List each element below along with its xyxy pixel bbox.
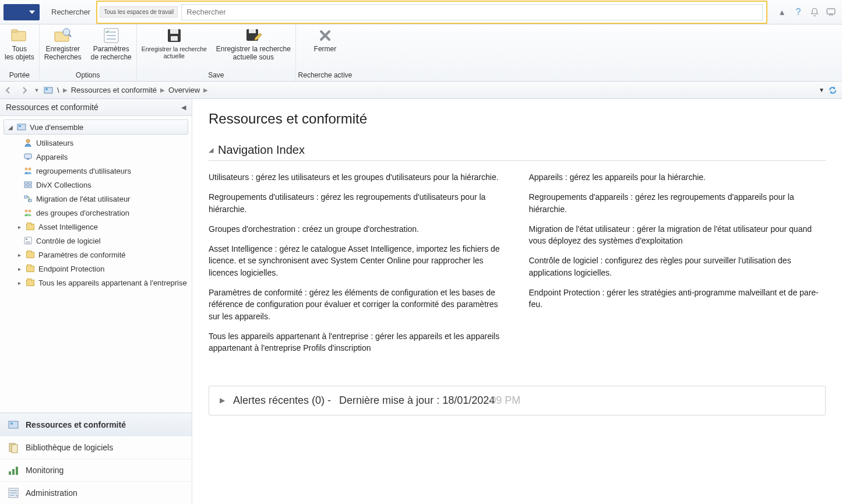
save-current-search-button[interactable]: Enregistrer la recherche actuelle <box>137 24 212 71</box>
sidebar-title: Ressources et conformité <box>6 103 98 112</box>
workspace-icon <box>7 441 20 454</box>
ribbon-group-label-save: Save <box>137 71 295 81</box>
search-scope-badge[interactable]: Tous les espaces de travail <box>100 6 178 17</box>
body: Ressources et conformité ◀ ◢ Vue d'ensem… <box>0 99 842 504</box>
tree-item[interactable]: ▸Endpoint Protection <box>0 262 192 276</box>
save-current-search-as-button[interactable]: Enregistrer la recherche actuelle sous <box>212 24 295 71</box>
tree-item[interactable]: DivX Collections <box>0 178 192 192</box>
nav-index-entry[interactable]: Migration de l'état utilisateur : gérer … <box>529 223 826 247</box>
tree-item[interactable]: ▸Paramètres de conformité <box>0 248 192 262</box>
svg-point-37 <box>10 422 13 425</box>
chevron-right-icon: ▶ <box>63 87 68 93</box>
workspace-item[interactable]: Ressources et conformité <box>0 413 192 436</box>
svg-rect-1 <box>12 31 26 41</box>
nav-history-dropdown[interactable]: ▼ <box>33 83 41 97</box>
app-menu-button[interactable] <box>3 4 40 20</box>
nav-index-entry[interactable]: Utilisateurs : gérez les utilisateurs et… <box>209 171 506 183</box>
help-icon[interactable]: ? <box>793 7 804 17</box>
ribbon-group-options: Enregistrer Recherches Paramètres de rec… <box>40 24 137 81</box>
expander-icon[interactable]: ▸ <box>16 252 22 258</box>
save-icon <box>164 27 184 44</box>
tree-item[interactable]: des groupes d'orchestration <box>0 206 192 220</box>
crumb-workspace[interactable]: Ressources et conformité <box>71 86 157 94</box>
nav-index-entry[interactable]: Regroupements d'appareils : gérez les re… <box>529 191 826 215</box>
feedback-icon[interactable] <box>826 7 836 17</box>
tree-item-label: DivX Collections <box>36 181 91 189</box>
svg-rect-39 <box>12 445 17 453</box>
tree-item[interactable]: Contrôle de logiciel <box>0 234 192 248</box>
svg-rect-12 <box>171 36 178 41</box>
nav-index-header[interactable]: ◢ Navigation Index <box>209 143 826 161</box>
bell-icon[interactable] <box>809 7 820 17</box>
ribbon-tab-search[interactable]: Rechercher <box>47 4 95 20</box>
tree-item[interactable]: ▸Tous les appareils appartenant à l'entr… <box>0 276 192 290</box>
caret-up-icon[interactable]: ▴ <box>777 7 787 17</box>
workspace-icon <box>7 464 20 477</box>
ribbon-group-label-active: Recherche active <box>296 71 354 81</box>
save-as-icon <box>244 27 263 44</box>
nav-index-entry[interactable]: Paramètres de conformité : gérez les élé… <box>209 287 506 322</box>
nav-forward-button[interactable] <box>16 83 33 97</box>
svg-point-16 <box>45 88 48 90</box>
nav-index-entry[interactable]: Contrôle de logiciel : configurez des rè… <box>529 255 826 279</box>
svg-rect-21 <box>27 158 29 160</box>
nav-index-entry[interactable]: Regroupements d'utilisateurs : gérez les… <box>209 191 506 215</box>
workspace-item[interactable]: Monitoring <box>0 459 192 481</box>
nav-index-entry[interactable]: Endpoint Protection : gérer les stratégi… <box>529 287 826 311</box>
tree-item-label: Asset Intelligence <box>38 223 98 231</box>
search-settings-button[interactable]: Paramètres de recherche <box>86 24 136 71</box>
nav-index-columns: Utilisateurs : gérez les utilisateurs et… <box>209 171 826 354</box>
nav-index-entry[interactable]: Tous les appareils appartenant à l'entre… <box>209 330 506 354</box>
expander-icon[interactable]: ▸ <box>16 280 22 286</box>
save-current-label: Enregistrer la recherche actuelle <box>142 45 207 59</box>
search-input[interactable] <box>181 4 763 20</box>
folder-search-icon <box>53 27 73 44</box>
nav-back-button[interactable] <box>0 83 16 97</box>
alerts-label: Alertes récentes (0) - <box>233 394 331 407</box>
tree-item-label: regroupements d'utilisateurs <box>36 167 131 175</box>
expander-icon[interactable]: ▸ <box>16 266 22 272</box>
tree-item[interactable]: Utilisateurs <box>0 136 192 150</box>
refresh-icon[interactable] <box>828 86 837 95</box>
svg-rect-26 <box>24 185 27 188</box>
svg-rect-14 <box>249 29 256 33</box>
tree-root-overview[interactable]: ◢ Vue d'ensemble <box>3 119 188 135</box>
close-search-button[interactable]: Fermer <box>296 24 354 71</box>
collapse-sidebar-icon[interactable]: ◀ <box>181 104 186 111</box>
user-group-icon <box>23 166 33 175</box>
nav-index-entry[interactable]: Asset Intelligence : gérez le catalogue … <box>209 243 506 279</box>
tree-item[interactable]: Migration de l'état utilisateur <box>0 192 192 206</box>
breadcrumb: \ ▶ Ressources et conformité ▶ Overview … <box>43 85 208 96</box>
tree-root-label: Vue d'ensemble <box>30 123 83 132</box>
breadcrumb-bar: ▼ \ ▶ Ressources et conformité ▶ Overvie… <box>0 82 842 99</box>
save-searches-button[interactable]: Enregistrer Recherches <box>40 24 86 71</box>
meter-icon <box>23 236 33 245</box>
workspace-item[interactable]: Bibliothèque de logiciels <box>0 436 192 459</box>
recent-alerts-panel[interactable]: ▶ Alertes récentes (0) - Dernière mise à… <box>209 386 826 415</box>
all-objects-button[interactable]: Tous les objets <box>0 24 39 71</box>
orchestration-group-icon <box>23 208 33 217</box>
tree-item[interactable]: Appareils <box>0 150 192 164</box>
folder-icon <box>9 27 29 44</box>
svg-point-30 <box>25 210 28 213</box>
sidebar-header: Ressources et conformité ◀ <box>0 99 192 116</box>
all-objects-label: Tous les objets <box>5 45 34 62</box>
nav-index-right-column: Appareils : gérez les appareils pour la … <box>529 171 826 354</box>
expander-icon[interactable]: ▸ <box>16 224 22 230</box>
search-settings-label: Paramètres de recherche <box>91 45 132 62</box>
expander-collapsed-icon[interactable]: ◢ <box>8 124 13 131</box>
workspace-item[interactable]: Administration <box>0 481 192 504</box>
workspace-label: Monitoring <box>26 466 64 475</box>
titlebar-actions: ▴ ? <box>771 7 842 17</box>
tree-item[interactable]: regroupements d'utilisateurs <box>0 164 192 178</box>
main-content: Ressources et conformité ◢ Navigation In… <box>192 99 842 504</box>
crumb-root[interactable]: \ <box>57 86 59 94</box>
migration-icon <box>23 194 33 203</box>
crumb-dropdown-icon[interactable]: ▼ <box>819 87 825 93</box>
nav-index-entry[interactable]: Groupes d'orchestration : créez un group… <box>209 223 506 235</box>
tree-item[interactable]: ▸Asset Intelligence <box>0 220 192 234</box>
svg-rect-41 <box>12 469 15 475</box>
nav-index-entry[interactable]: Appareils : gérez les appareils pour la … <box>529 171 826 183</box>
chevron-right-icon: ▶ <box>203 87 208 93</box>
crumb-page[interactable]: Overview <box>168 86 200 94</box>
